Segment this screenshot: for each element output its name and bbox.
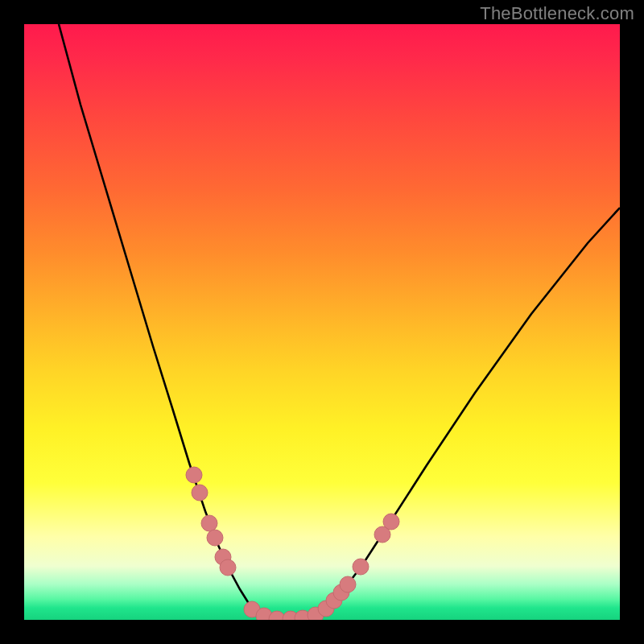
data-marker	[220, 559, 236, 576]
marker-group	[186, 467, 399, 620]
data-marker	[201, 515, 217, 531]
data-marker	[186, 467, 202, 483]
bottleneck-curve	[59, 24, 620, 618]
plot-area	[24, 24, 620, 620]
chart-svg	[24, 24, 620, 620]
data-marker	[383, 514, 399, 530]
watermark-text: TheBottleneck.com	[480, 3, 634, 24]
data-marker	[340, 576, 356, 592]
data-marker	[192, 485, 208, 501]
chart-frame: TheBottleneck.com	[0, 0, 644, 644]
data-marker	[353, 559, 369, 575]
data-marker	[207, 530, 223, 546]
